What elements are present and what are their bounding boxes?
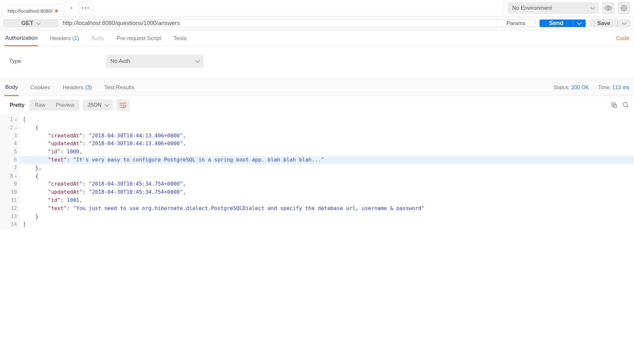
seg-label: Raw (35, 102, 45, 108)
tab-tests[interactable]: Tests (173, 31, 187, 46)
svg-line-7 (627, 106, 628, 108)
time: Time: 113 ms (598, 85, 629, 91)
chevron-down-icon (105, 102, 109, 107)
auth-type-select[interactable]: No Auth (106, 55, 204, 68)
save-group: Save (590, 20, 631, 27)
tab-pre-request-script[interactable]: Pre-request Script (116, 31, 162, 46)
tab-authorization[interactable]: Authorization (5, 31, 38, 46)
lang-label: JSON (87, 102, 101, 108)
tab-count: (3) (85, 84, 92, 91)
send-label: Send (549, 20, 563, 27)
ellipsis-icon: ••• (82, 5, 90, 12)
view-mode-raw[interactable]: Raw (30, 100, 50, 111)
response-tabs: Body Cookies Headers (3) Test Results St… (0, 79, 634, 96)
copy-response-button[interactable] (611, 102, 618, 109)
view-mode-pretty[interactable]: Pretty (5, 100, 30, 111)
tab-label: Tests (174, 35, 187, 41)
new-tab-button[interactable]: + (65, 2, 78, 15)
copy-icon (611, 102, 618, 109)
tab-label: Authorization (5, 35, 37, 41)
request-tabbar: http://localhost:8080/ + ••• (0, 0, 503, 16)
url-input[interactable] (58, 20, 497, 27)
line-gutter: 1234567891011121314 (0, 114, 20, 230)
view-mode-preview[interactable]: Preview (50, 100, 79, 111)
tab-count: (1) (72, 35, 79, 41)
chevron-down-icon (590, 5, 595, 9)
request-tab[interactable]: http://localhost:8080/ (2, 5, 64, 16)
response-meta: Status: 200 OK Time: 113 ms (554, 85, 629, 91)
time-label: Time: (598, 85, 611, 90)
chevron-down-icon (577, 20, 582, 25)
tab-label: Pre-request Script (117, 35, 161, 41)
method-label: GET (21, 20, 33, 27)
tab-headers[interactable]: Headers (1) (49, 31, 80, 46)
search-response-button[interactable] (622, 102, 629, 109)
chevron-down-icon (622, 20, 627, 25)
unsaved-dot-icon (55, 9, 58, 12)
status-value: 200 OK (571, 85, 589, 90)
tab-label: Headers (63, 84, 83, 91)
tab-label: Headers (50, 35, 71, 41)
env-toolbar: No Environment (503, 0, 634, 16)
authorization-panel: Type No Auth (0, 46, 634, 79)
response-tab-body[interactable]: Body (5, 79, 19, 96)
save-button[interactable]: Save (590, 20, 618, 27)
topbar: http://localhost:8080/ + ••• No Environm… (0, 0, 634, 16)
wrap-lines-button[interactable] (116, 99, 129, 111)
code-link[interactable]: Code (616, 35, 629, 42)
request-row: GET Params Send Save (3, 20, 631, 27)
auth-type-label: Type (9, 58, 21, 64)
svg-point-0 (607, 7, 609, 9)
response-tab-headers[interactable]: Headers (3) (62, 80, 93, 95)
svg-point-6 (623, 103, 627, 107)
svg-point-1 (623, 7, 625, 9)
tab-label: Cookies (30, 84, 50, 91)
eye-icon (605, 5, 612, 12)
time-value: 113 ms (612, 85, 629, 90)
gear-icon (621, 5, 627, 11)
tab-body[interactable]: Body (91, 31, 105, 46)
status-label: Status: (554, 85, 570, 90)
request-tab-title: http://localhost:8080/ (7, 8, 52, 14)
environment-selected-label: No Environment (512, 5, 552, 11)
environment-select[interactable]: No Environment (508, 2, 599, 14)
response-body-viewer: 1234567891011121314 [ { "createdAt": "20… (0, 114, 634, 230)
code-link-label: Code (616, 35, 629, 41)
seg-label: Preview (56, 102, 74, 108)
tab-label: Body (5, 84, 18, 90)
request-tabs: Authorization Headers (1) Body Pre-reque… (0, 31, 634, 46)
plus-icon: + (70, 5, 73, 12)
settings-button[interactable] (618, 2, 630, 14)
request-builder: GET Params Send Save (0, 16, 634, 31)
method-select[interactable]: GET (3, 20, 58, 27)
seg-label: Pretty (10, 102, 24, 108)
save-dropdown-button[interactable] (618, 20, 631, 27)
auth-type-value: No Auth (110, 58, 130, 64)
wrap-icon (119, 102, 126, 108)
status: Status: 200 OK (554, 85, 589, 91)
tab-overflow-button[interactable]: ••• (79, 2, 92, 15)
tab-label: Body (92, 35, 104, 41)
chevron-down-icon (195, 58, 200, 63)
code-body[interactable]: [ { "createdAt": "2018-04-30T10:44:13.40… (20, 114, 634, 230)
body-language-select[interactable]: JSON (83, 100, 113, 111)
search-icon (622, 102, 629, 109)
send-button[interactable]: Send (540, 20, 573, 27)
save-label: Save (597, 20, 610, 27)
send-dropdown-button[interactable] (573, 20, 586, 27)
send-group: Send (540, 20, 586, 27)
response-tab-cookies[interactable]: Cookies (30, 80, 51, 95)
params-button[interactable]: Params (497, 20, 536, 27)
params-label: Params (506, 20, 526, 27)
environment-quicklook-button[interactable] (602, 2, 614, 14)
response-tab-test-results[interactable]: Test Results (104, 80, 135, 95)
body-right-icons (611, 102, 629, 109)
chevron-down-icon (36, 20, 40, 25)
tab-label: Test Results (104, 84, 135, 91)
view-mode-segmented: Pretty Raw Preview (5, 100, 79, 111)
body-toolbar: Pretty Raw Preview JSON (0, 96, 634, 114)
